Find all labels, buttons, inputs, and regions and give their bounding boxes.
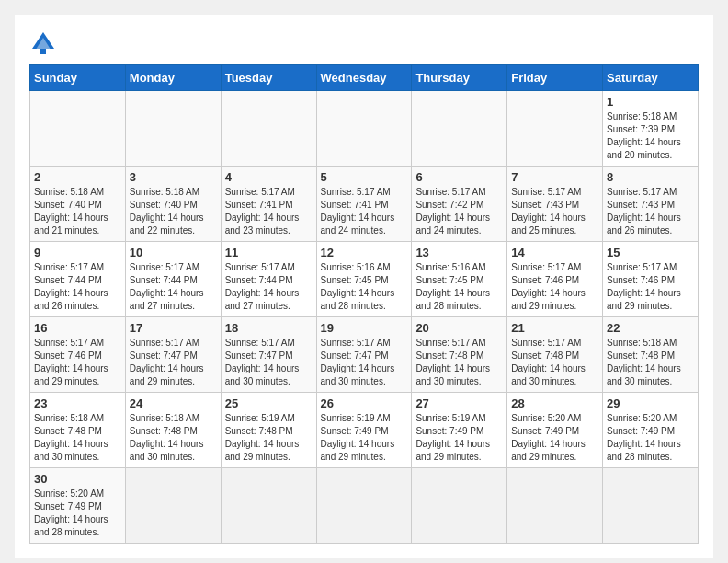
day-info: Sunrise: 5:17 AM Sunset: 7:47 PM Dayligh… (130, 337, 217, 388)
day-number: 18 (225, 321, 313, 335)
day-info: Sunrise: 5:19 AM Sunset: 7:49 PM Dayligh… (321, 412, 408, 464)
day-number: 5 (321, 170, 408, 184)
calendar-cell: 24Sunrise: 5:18 AM Sunset: 7:48 PM Dayli… (125, 393, 221, 468)
calendar-cell: 30Sunrise: 5:20 AM Sunset: 7:49 PM Dayli… (30, 468, 126, 544)
day-info: Sunrise: 5:20 AM Sunset: 7:49 PM Dayligh… (511, 412, 598, 464)
day-number: 10 (130, 246, 217, 259)
day-number: 29 (607, 396, 694, 410)
calendar-cell: 1Sunrise: 5:18 AM Sunset: 7:39 PM Daylig… (603, 91, 699, 167)
day-number: 23 (34, 396, 121, 410)
day-info: Sunrise: 5:17 AM Sunset: 7:43 PM Dayligh… (607, 186, 694, 237)
calendar-cell: 19Sunrise: 5:17 AM Sunset: 7:47 PM Dayli… (316, 317, 412, 393)
calendar-cell: 14Sunrise: 5:17 AM Sunset: 7:46 PM Dayli… (507, 242, 603, 317)
weekday-header-tuesday: Tuesday (221, 65, 316, 91)
calendar-cell (125, 468, 221, 544)
day-info: Sunrise: 5:17 AM Sunset: 7:46 PM Dayligh… (607, 261, 694, 313)
day-info: Sunrise: 5:17 AM Sunset: 7:48 PM Dayligh… (415, 337, 503, 388)
day-info: Sunrise: 5:16 AM Sunset: 7:45 PM Dayligh… (415, 261, 503, 313)
calendar-cell: 23Sunrise: 5:18 AM Sunset: 7:48 PM Dayli… (30, 393, 126, 468)
calendar-cell: 4Sunrise: 5:17 AM Sunset: 7:41 PM Daylig… (221, 167, 316, 242)
weekday-header-row: SundayMondayTuesdayWednesdayThursdayFrid… (30, 65, 699, 91)
day-number: 21 (511, 321, 598, 335)
day-number: 27 (415, 396, 503, 410)
svg-rect-2 (40, 49, 46, 54)
calendar-week-row: 23Sunrise: 5:18 AM Sunset: 7:48 PM Dayli… (30, 393, 699, 468)
calendar-week-row: 2Sunrise: 5:18 AM Sunset: 7:40 PM Daylig… (30, 167, 699, 242)
calendar-cell: 26Sunrise: 5:19 AM Sunset: 7:49 PM Dayli… (316, 393, 412, 468)
day-info: Sunrise: 5:18 AM Sunset: 7:48 PM Dayligh… (130, 412, 217, 464)
logo-icon (29, 29, 57, 57)
weekday-header-wednesday: Wednesday (316, 65, 412, 91)
calendar-cell: 7Sunrise: 5:17 AM Sunset: 7:43 PM Daylig… (507, 167, 603, 242)
calendar-cell: 17Sunrise: 5:17 AM Sunset: 7:47 PM Dayli… (125, 317, 221, 393)
calendar-cell: 21Sunrise: 5:17 AM Sunset: 7:48 PM Dayli… (507, 317, 603, 393)
calendar-week-row: 1Sunrise: 5:18 AM Sunset: 7:39 PM Daylig… (30, 91, 699, 167)
day-info: Sunrise: 5:17 AM Sunset: 7:46 PM Dayligh… (34, 337, 121, 388)
calendar-cell: 5Sunrise: 5:17 AM Sunset: 7:41 PM Daylig… (316, 167, 412, 242)
calendar-cell (507, 91, 603, 167)
day-number: 11 (225, 246, 313, 259)
day-number: 28 (511, 396, 598, 410)
calendar-cell: 11Sunrise: 5:17 AM Sunset: 7:44 PM Dayli… (221, 242, 316, 317)
calendar-cell: 13Sunrise: 5:16 AM Sunset: 7:45 PM Dayli… (412, 242, 507, 317)
day-info: Sunrise: 5:20 AM Sunset: 7:49 PM Dayligh… (607, 412, 694, 464)
weekday-header-thursday: Thursday (412, 65, 507, 91)
calendar-cell (221, 468, 316, 544)
day-number: 2 (34, 170, 121, 184)
day-info: Sunrise: 5:18 AM Sunset: 7:40 PM Dayligh… (130, 186, 217, 237)
day-number: 17 (130, 321, 217, 335)
calendar-cell: 8Sunrise: 5:17 AM Sunset: 7:43 PM Daylig… (603, 167, 699, 242)
calendar-cell: 28Sunrise: 5:20 AM Sunset: 7:49 PM Dayli… (507, 393, 603, 468)
day-number: 3 (130, 170, 217, 184)
day-info: Sunrise: 5:17 AM Sunset: 7:46 PM Dayligh… (511, 261, 598, 313)
day-number: 26 (321, 396, 408, 410)
weekday-header-sunday: Sunday (30, 65, 126, 91)
day-number: 14 (511, 246, 598, 259)
calendar-cell: 10Sunrise: 5:17 AM Sunset: 7:44 PM Dayli… (125, 242, 221, 317)
day-info: Sunrise: 5:18 AM Sunset: 7:48 PM Dayligh… (34, 412, 121, 464)
day-number: 7 (511, 170, 598, 184)
calendar-cell (125, 91, 221, 167)
day-info: Sunrise: 5:16 AM Sunset: 7:45 PM Dayligh… (321, 261, 408, 313)
calendar-cell: 27Sunrise: 5:19 AM Sunset: 7:49 PM Dayli… (412, 393, 507, 468)
day-info: Sunrise: 5:18 AM Sunset: 7:40 PM Dayligh… (34, 186, 121, 237)
day-number: 1 (607, 95, 694, 109)
calendar-week-row: 16Sunrise: 5:17 AM Sunset: 7:46 PM Dayli… (30, 317, 699, 393)
day-number: 19 (321, 321, 408, 335)
day-info: Sunrise: 5:17 AM Sunset: 7:41 PM Dayligh… (321, 186, 408, 237)
calendar-cell (412, 91, 507, 167)
calendar-cell (507, 468, 603, 544)
weekday-header-monday: Monday (125, 65, 221, 91)
day-info: Sunrise: 5:17 AM Sunset: 7:44 PM Dayligh… (34, 261, 121, 313)
day-number: 25 (225, 396, 313, 410)
calendar-table: SundayMondayTuesdayWednesdayThursdayFrid… (29, 64, 699, 544)
day-number: 20 (415, 321, 503, 335)
day-number: 8 (607, 170, 694, 184)
day-info: Sunrise: 5:17 AM Sunset: 7:47 PM Dayligh… (225, 337, 313, 388)
day-number: 4 (225, 170, 313, 184)
day-info: Sunrise: 5:17 AM Sunset: 7:41 PM Dayligh… (225, 186, 313, 237)
day-info: Sunrise: 5:19 AM Sunset: 7:49 PM Dayligh… (415, 412, 503, 464)
day-number: 16 (34, 321, 121, 335)
calendar-cell: 22Sunrise: 5:18 AM Sunset: 7:48 PM Dayli… (603, 317, 699, 393)
calendar-cell (221, 91, 316, 167)
day-info: Sunrise: 5:17 AM Sunset: 7:44 PM Dayligh… (130, 261, 217, 313)
day-number: 24 (130, 396, 217, 410)
weekday-header-friday: Friday (507, 65, 603, 91)
calendar-week-row: 9Sunrise: 5:17 AM Sunset: 7:44 PM Daylig… (30, 242, 699, 317)
day-number: 13 (415, 246, 503, 259)
calendar-cell (316, 91, 412, 167)
day-info: Sunrise: 5:17 AM Sunset: 7:47 PM Dayligh… (321, 337, 408, 388)
day-info: Sunrise: 5:17 AM Sunset: 7:43 PM Dayligh… (511, 186, 598, 237)
day-number: 22 (607, 321, 694, 335)
day-number: 6 (415, 170, 503, 184)
calendar-cell: 18Sunrise: 5:17 AM Sunset: 7:47 PM Dayli… (221, 317, 316, 393)
day-info: Sunrise: 5:20 AM Sunset: 7:49 PM Dayligh… (34, 488, 121, 539)
calendar-page: SundayMondayTuesdayWednesdayThursdayFrid… (15, 15, 713, 558)
day-info: Sunrise: 5:17 AM Sunset: 7:48 PM Dayligh… (511, 337, 598, 388)
calendar-cell (316, 468, 412, 544)
calendar-cell: 9Sunrise: 5:17 AM Sunset: 7:44 PM Daylig… (30, 242, 126, 317)
calendar-cell: 3Sunrise: 5:18 AM Sunset: 7:40 PM Daylig… (125, 167, 221, 242)
calendar-cell: 2Sunrise: 5:18 AM Sunset: 7:40 PM Daylig… (30, 167, 126, 242)
day-info: Sunrise: 5:18 AM Sunset: 7:39 PM Dayligh… (607, 110, 694, 162)
